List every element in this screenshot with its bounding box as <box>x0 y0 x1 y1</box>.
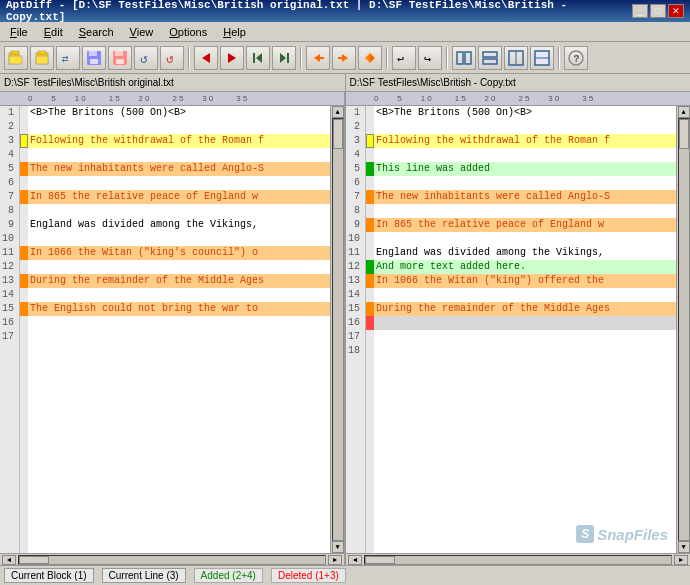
right-text-area[interactable]: <B>The Britons (500 On)<B> Following the… <box>374 106 676 553</box>
right-scroll-right[interactable]: ► <box>674 555 688 565</box>
left-scroll-down[interactable]: ▼ <box>332 541 344 553</box>
right-scroll-track[interactable] <box>678 118 690 541</box>
svg-rect-29 <box>457 52 463 64</box>
right-scroll-down[interactable]: ▼ <box>678 541 690 553</box>
status-bar: Current Block (1) Current Line (3) Added… <box>0 565 690 585</box>
merge-right-button[interactable] <box>332 46 356 70</box>
last-diff-button[interactable] <box>272 46 296 70</box>
status-added: Added (2+4) <box>194 568 263 583</box>
next-diff-button[interactable] <box>220 46 244 70</box>
right-diff-panel: 0 5 10 15 20 25 30 35 1 2 3 4 5 6 7 8 9 … <box>346 92 690 565</box>
svg-rect-30 <box>465 52 471 64</box>
right-line-15: During the remainder of the Middle Ages <box>374 302 676 316</box>
view1-button[interactable] <box>452 46 476 70</box>
left-text-area[interactable]: <B>The Britons (500 On)<B> ▶ Following t… <box>28 106 330 553</box>
right-vertical-scrollbar[interactable]: ▲ ▼ <box>676 106 690 553</box>
left-line-8 <box>28 204 330 218</box>
view3-button[interactable] <box>504 46 528 70</box>
title-bar: AptDiff - [D:\SF TestFiles\Misc\British … <box>0 0 690 22</box>
menu-edit[interactable]: Edit <box>38 25 69 39</box>
left-line-6 <box>28 176 330 190</box>
save-left-button[interactable] <box>82 46 106 70</box>
view2-button[interactable] <box>478 46 502 70</box>
svg-rect-8 <box>89 51 97 56</box>
menu-search[interactable]: Search <box>73 25 120 39</box>
left-scroll-up[interactable]: ▲ <box>332 106 344 118</box>
watermark-text: SnapFiles <box>597 526 668 543</box>
maximize-button[interactable]: □ <box>650 4 666 18</box>
swap-button[interactable]: ⇄ <box>56 46 80 70</box>
prev-diff-button[interactable] <box>194 46 218 70</box>
right-line-10 <box>374 232 676 246</box>
left-vertical-scrollbar[interactable]: ▲ ▼ <box>330 106 344 553</box>
left-horizontal-scrollbar[interactable]: ◄ ► <box>0 553 344 565</box>
right-change-bar <box>366 106 374 553</box>
right-h-thumb[interactable] <box>365 556 395 564</box>
left-line-7: In 865 the relative peace of England w <box>28 190 330 204</box>
left-line-16 <box>28 316 330 330</box>
watermark: S SnapFiles <box>576 525 668 543</box>
right-horizontal-scrollbar[interactable]: ◄ ► <box>346 553 690 565</box>
left-line-10 <box>28 232 330 246</box>
right-line-2 <box>374 120 676 134</box>
separator-3 <box>386 47 388 69</box>
left-line-9: England was divided among the Vikings, <box>28 218 330 232</box>
left-diff-content[interactable]: 1 2 3 4 5 6 7 8 9 10 11 12 13 14 15 16 1 <box>0 106 344 553</box>
menu-file[interactable]: File <box>4 25 34 39</box>
first-diff-button[interactable] <box>246 46 270 70</box>
view4-button[interactable] <box>530 46 554 70</box>
minimize-button[interactable]: _ <box>632 4 648 18</box>
svg-marker-25 <box>370 53 375 63</box>
svg-rect-20 <box>287 53 289 63</box>
menu-view[interactable]: View <box>124 25 160 39</box>
help-button[interactable]: ? <box>564 46 588 70</box>
menu-options[interactable]: Options <box>163 25 213 39</box>
left-line-1: <B>The Britons (500 On)<B> <box>28 106 330 120</box>
merge-both-button[interactable] <box>358 46 382 70</box>
svg-rect-18 <box>253 53 255 63</box>
redo-button[interactable]: ↪ <box>418 46 442 70</box>
separator-4 <box>446 47 448 69</box>
left-scroll-track[interactable] <box>332 118 344 541</box>
svg-marker-16 <box>228 53 236 63</box>
status-block: Current Block (1) <box>4 568 94 583</box>
svg-marker-21 <box>314 54 320 62</box>
menu-help[interactable]: Help <box>217 25 252 39</box>
left-diff-panel: 0 5 10 15 20 25 30 35 1 2 3 4 5 6 7 8 9 … <box>0 92 346 565</box>
merge-left-button[interactable] <box>306 46 330 70</box>
left-h-track[interactable] <box>18 555 326 565</box>
left-line-2 <box>28 120 330 134</box>
open-right-button[interactable] <box>30 46 54 70</box>
svg-rect-5 <box>36 56 48 64</box>
menu-bar: File Edit Search View Options Help <box>0 22 690 42</box>
svg-text:?: ? <box>574 54 580 65</box>
svg-marker-19 <box>280 53 286 63</box>
right-scroll-thumb[interactable] <box>679 119 689 149</box>
left-scroll-left[interactable]: ◄ <box>2 555 16 565</box>
save-right-button[interactable] <box>108 46 132 70</box>
right-diff-content[interactable]: 1 2 3 4 5 6 7 8 9 10 11 12 13 14 15 16 1 <box>346 106 690 553</box>
open-left-button[interactable] <box>4 46 28 70</box>
undo-button[interactable]: ↩ <box>392 46 416 70</box>
left-file-path: D:\SF TestFiles\Misc\British original.tx… <box>0 74 346 91</box>
right-file-path: D:\SF TestFiles\Misc\British - Copy.txt <box>346 74 691 91</box>
svg-marker-17 <box>256 53 262 63</box>
right-h-track[interactable] <box>364 555 672 565</box>
app-title: AptDiff - [D:\SF TestFiles\Misc\British … <box>6 0 632 23</box>
svg-rect-9 <box>90 59 98 64</box>
right-scroll-up[interactable]: ▲ <box>678 106 690 118</box>
reload-right-button[interactable]: ↺ <box>160 46 184 70</box>
right-scroll-left[interactable]: ◄ <box>348 555 362 565</box>
left-scroll-thumb[interactable] <box>333 119 343 149</box>
separator-1 <box>188 47 190 69</box>
left-line-15: The English could not bring the war to <box>28 302 330 316</box>
left-scroll-right[interactable]: ► <box>328 555 342 565</box>
reload-left-button[interactable]: ↺ <box>134 46 158 70</box>
close-button[interactable]: ✕ <box>668 4 684 18</box>
right-line-14 <box>374 288 676 302</box>
left-line-11: In 1066 the Witan ("king's council") o <box>28 246 330 260</box>
left-h-thumb[interactable] <box>19 556 49 564</box>
svg-rect-12 <box>116 59 124 64</box>
left-ruler: 0 5 10 15 20 25 30 35 <box>0 92 344 106</box>
left-line-3: ▶ Following the withdrawal of the Roman … <box>28 134 330 148</box>
